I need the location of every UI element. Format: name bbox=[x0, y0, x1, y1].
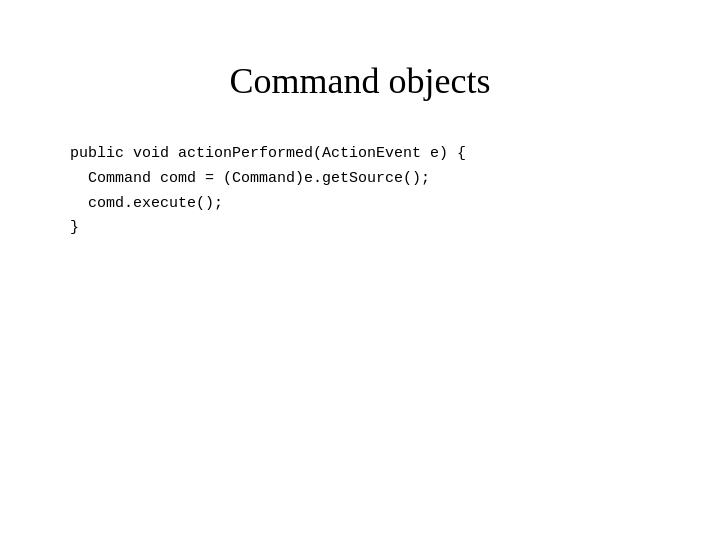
code-line-1: public void actionPerformed(ActionEvent … bbox=[70, 142, 670, 167]
slide-title: Command objects bbox=[230, 60, 491, 102]
code-line-3: comd.execute(); bbox=[70, 192, 670, 217]
code-block: public void actionPerformed(ActionEvent … bbox=[50, 142, 670, 241]
code-line-2: Command comd = (Command)e.getSource(); bbox=[70, 167, 670, 192]
slide-container: Command objects public void actionPerfor… bbox=[0, 0, 720, 540]
code-line-4: } bbox=[70, 216, 670, 241]
